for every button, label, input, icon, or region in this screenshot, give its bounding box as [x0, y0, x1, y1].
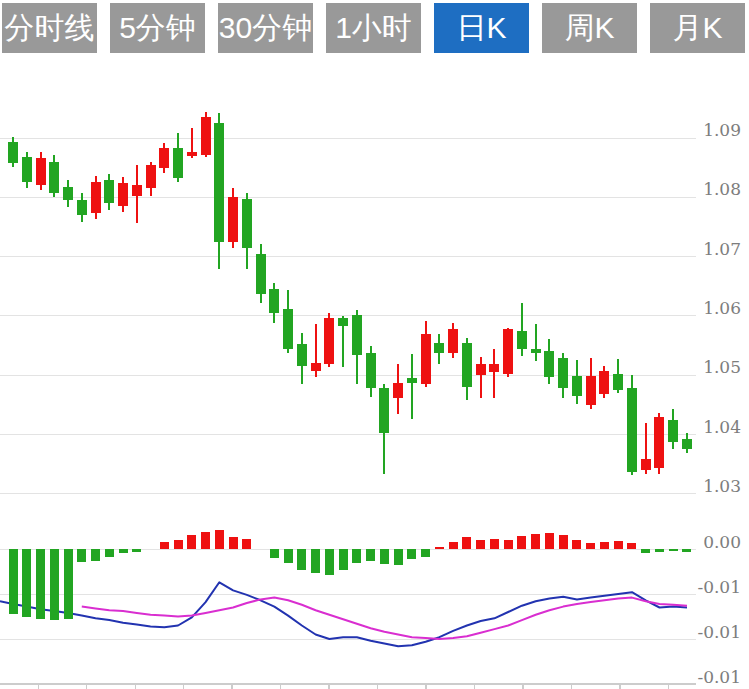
macd-bar: [36, 549, 45, 619]
macd-bar: [517, 536, 526, 549]
macd-bar: [187, 535, 196, 549]
price-axis-label: 1.08: [703, 179, 741, 199]
candle-body: [352, 315, 362, 355]
candle-body: [297, 344, 307, 367]
macd-dea-line: [82, 598, 687, 639]
macd-bar: [325, 549, 334, 575]
macd-bar: [559, 535, 568, 549]
macd-bar: [435, 547, 444, 549]
candle-body: [448, 329, 458, 353]
candle-body: [77, 200, 87, 215]
macd-bar: [380, 549, 389, 564]
macd-bar: [297, 549, 306, 570]
candle-body: [187, 152, 197, 156]
candle-body: [599, 371, 609, 394]
candle-body: [256, 254, 266, 294]
macd-bar: [9, 549, 18, 614]
candle-body: [146, 165, 156, 188]
macd-bar: [242, 539, 251, 549]
candlestick-macd-chart[interactable]: 1.091.081.071.061.051.041.030.00-0.01-0.…: [0, 0, 749, 689]
price-axis-label: 1.03: [703, 476, 741, 496]
macd-bar: [476, 540, 485, 549]
candle-body: [118, 183, 128, 206]
macd-bar: [77, 549, 86, 562]
macd-bar: [311, 549, 320, 573]
candle-body: [22, 157, 32, 183]
candle-body: [641, 459, 651, 470]
macd-bar: [270, 549, 279, 558]
macd-axis-label: -0.01: [697, 622, 741, 642]
candle-body: [393, 383, 403, 398]
macd-bar: [627, 543, 636, 549]
candle-body: [462, 343, 472, 386]
macd-bar: [50, 549, 59, 620]
macd-bar: [174, 540, 183, 549]
macd-bar: [407, 549, 416, 559]
candle-body: [489, 364, 499, 372]
candle-body: [269, 289, 279, 313]
candle-body: [324, 318, 334, 364]
macd-bar: [215, 530, 224, 549]
candle-wick: [535, 324, 537, 361]
macd-bar: [504, 540, 513, 549]
candle-body: [214, 123, 224, 242]
macd-bar: [572, 540, 581, 549]
candle-body: [242, 199, 252, 249]
candle-body: [613, 374, 623, 390]
macd-bar: [339, 549, 348, 570]
macd-dif-line: [0, 582, 687, 646]
price-axis-label: 1.05: [703, 357, 741, 377]
macd-bar: [641, 549, 650, 553]
macd-bar: [531, 534, 540, 549]
candle-body: [572, 376, 582, 396]
macd-bar: [614, 541, 623, 549]
macd-bar: [655, 549, 664, 552]
macd-bar: [669, 549, 678, 551]
candle-body: [421, 334, 431, 384]
candle-body: [517, 331, 527, 349]
candle-body: [544, 351, 554, 377]
macd-bar: [682, 549, 691, 552]
macd-bar: [600, 542, 609, 549]
macd-axis-label: 0.00: [703, 532, 741, 552]
price-axis-label: 1.04: [703, 417, 741, 437]
candle-wick: [493, 349, 495, 398]
candle-body: [682, 439, 692, 449]
macd-bar: [462, 537, 471, 549]
candle-body: [201, 117, 211, 156]
macd-bar: [490, 539, 499, 549]
macd-bar: [91, 549, 100, 561]
candle-body: [654, 417, 664, 469]
price-axis-label: 1.07: [703, 239, 741, 259]
macd-bar: [132, 549, 141, 552]
macd-bar: [160, 542, 169, 549]
candle-body: [558, 358, 568, 388]
candle-body: [366, 353, 376, 389]
macd-bar: [586, 543, 595, 549]
candle-body: [627, 388, 637, 472]
candle-body: [434, 343, 444, 353]
price-axis-label: 1.09: [703, 120, 741, 140]
candle-body: [586, 376, 596, 405]
candle-body: [311, 363, 321, 370]
candle-body: [668, 420, 678, 442]
candle-body: [476, 364, 486, 375]
candle-body: [49, 162, 59, 192]
macd-bar: [545, 533, 554, 549]
candle-body: [407, 378, 417, 383]
candle-body: [338, 318, 348, 326]
candle-wick: [480, 357, 482, 398]
price-axis-label: 1.06: [703, 298, 741, 318]
candle-body: [104, 180, 114, 203]
candle-body: [173, 148, 183, 178]
candle-body: [531, 349, 541, 353]
candle-body: [8, 142, 18, 163]
candle-body: [283, 309, 293, 349]
candle-wick: [411, 354, 413, 419]
macd-bar: [366, 549, 375, 561]
candle-body: [503, 329, 513, 374]
candle-body: [228, 197, 238, 242]
macd-axis-label: -0.01: [697, 577, 741, 597]
candle-body: [63, 187, 73, 200]
candle-body: [159, 148, 169, 168]
